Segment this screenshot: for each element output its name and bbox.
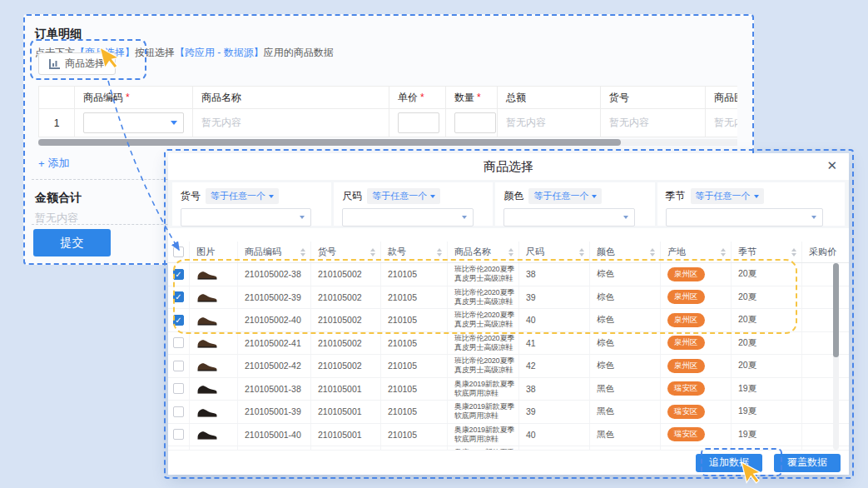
- filter-field-label: 货号: [181, 189, 201, 203]
- modal-column-header-3[interactable]: 货号: [311, 242, 381, 262]
- item-no: 210105002: [311, 309, 381, 331]
- origin-badge: 瑞安区: [667, 427, 705, 441]
- product-row[interactable]: 210105001-40 210105001 210105 奥康2019新款夏季…: [168, 424, 849, 447]
- unit-price-input[interactable]: [398, 112, 439, 133]
- filter-value-select[interactable]: [666, 208, 823, 227]
- product-row[interactable]: ✓ 210105002-39 210105002 210105 班比帝伦2020…: [168, 286, 849, 310]
- bar-chart-icon: [49, 59, 60, 69]
- product-row[interactable]: 210105002-42 210105002 210105 班比帝伦2020夏季…: [168, 355, 849, 378]
- quantity-input[interactable]: [454, 112, 496, 133]
- style-no: 210105: [381, 263, 448, 286]
- chevron-down-icon: [269, 195, 274, 198]
- column-header-item-no: 货号: [601, 86, 706, 108]
- order-items-table: 商品编码* 商品名称 单价* 数量* 总额 货号 商品图片 1 暂无内容 暂无内…: [38, 86, 737, 148]
- item-no: 210105001: [311, 424, 381, 446]
- submit-button[interactable]: 提交: [33, 229, 111, 256]
- filter-value-select[interactable]: [181, 208, 311, 227]
- row-checkbox[interactable]: [173, 337, 184, 348]
- modal-column-header-2[interactable]: 商品编码: [238, 242, 311, 262]
- product-code-dropdown[interactable]: [83, 112, 184, 133]
- sort-icon[interactable]: [579, 248, 584, 256]
- select-all-checkbox[interactable]: [173, 246, 184, 257]
- row-checkbox[interactable]: [173, 406, 184, 417]
- filter-field-label: 尺码: [342, 189, 362, 203]
- size: 38: [519, 378, 590, 401]
- row-checkbox[interactable]: ✓: [173, 315, 184, 326]
- purchase-price: [802, 286, 849, 309]
- append-data-button[interactable]: 追加数据: [696, 454, 762, 472]
- purchase-price: [802, 309, 849, 331]
- vertical-scrollbar-thumb[interactable]: [833, 263, 839, 357]
- modal-table-header: 图片商品编码货号款号商品名称尺码颜色产地季节采购价: [168, 242, 849, 263]
- chevron-down-icon: [430, 195, 435, 198]
- modal-column-header-8[interactable]: 产地: [661, 242, 732, 262]
- product-select-button-label: 商品选择: [65, 57, 105, 71]
- sort-icon[interactable]: [300, 248, 305, 256]
- vertical-scrollbar[interactable]: [833, 263, 839, 450]
- season: 19夏: [732, 378, 802, 401]
- filter-operator-chip[interactable]: 等于任意一个: [206, 188, 279, 204]
- season: 20夏: [732, 263, 802, 286]
- filter-value-select[interactable]: [342, 208, 473, 227]
- origin-badge: 泉州区: [667, 267, 705, 281]
- sort-icon[interactable]: [437, 248, 442, 256]
- chevron-down-icon: [623, 216, 628, 219]
- season: 19夏: [732, 401, 802, 423]
- modal-column-header-6[interactable]: 尺码: [519, 242, 590, 262]
- product-row[interactable]: ✓ 210105002-38 210105002 210105 班比帝伦2020…: [168, 263, 849, 286]
- filter-operator-chip[interactable]: 等于任意一个: [691, 188, 764, 204]
- size: 40: [519, 424, 590, 446]
- horizontal-scrollbar[interactable]: [38, 139, 737, 146]
- required-marker: *: [126, 92, 130, 103]
- row-index: 1: [38, 108, 75, 137]
- product-row[interactable]: ✓ 210105002-40 210105002 210105 班比帝伦2020…: [168, 309, 849, 332]
- product-row[interactable]: 210105001-38 210105001 210105 奥康2019新款夏季…: [168, 378, 849, 401]
- row-checkbox[interactable]: [173, 361, 184, 371]
- filter-value-select[interactable]: [503, 208, 634, 227]
- overwrite-data-button[interactable]: 覆盖数据: [774, 454, 841, 472]
- item-no: 210105002: [311, 332, 381, 355]
- summary-title: 金额合计: [35, 191, 82, 206]
- filter-field-label: 季节: [666, 189, 686, 203]
- modal-column-header-7[interactable]: 颜色: [590, 242, 661, 262]
- modal-column-header-4[interactable]: 款号: [381, 242, 448, 262]
- modal-column-header-9[interactable]: 季节: [732, 242, 802, 262]
- product-row[interactable]: 210105001-39 210105001 210105 奥康2019新款夏季…: [168, 401, 849, 424]
- product-code: 210105002-41: [238, 332, 311, 355]
- color: 黑色: [590, 424, 661, 446]
- horizontal-scrollbar-thumb[interactable]: [38, 139, 621, 146]
- close-icon[interactable]: ✕: [826, 159, 837, 172]
- season: 20夏: [732, 355, 802, 377]
- style-no: 210105: [381, 355, 448, 377]
- product-select-button[interactable]: 商品选择: [38, 52, 116, 75]
- modal-column-header-5[interactable]: 商品名称: [448, 242, 519, 262]
- product-image: [196, 383, 218, 394]
- chevron-down-icon: [462, 216, 467, 219]
- sort-icon[interactable]: [791, 248, 796, 256]
- required-marker: *: [477, 92, 481, 103]
- filter-operator-label: 等于任意一个: [533, 190, 588, 202]
- sort-icon[interactable]: [650, 248, 655, 256]
- origin-badge: 泉州区: [667, 336, 705, 350]
- order-table-header: 商品编码* 商品名称 单价* 数量* 总额 货号 商品图片: [38, 86, 737, 108]
- row-checkbox[interactable]: [173, 383, 184, 394]
- hint-middle: 按钮选择: [135, 47, 175, 58]
- chevron-down-icon: [754, 195, 759, 198]
- sort-icon[interactable]: [370, 248, 375, 256]
- modal-table-body: ✓ 210105002-38 210105002 210105 班比帝伦2020…: [168, 263, 849, 450]
- filter-group: 季节 等于任意一个: [657, 182, 845, 226]
- sort-icon[interactable]: [508, 248, 513, 256]
- row-checkbox[interactable]: [173, 429, 184, 440]
- filter-operator-chip[interactable]: 等于任意一个: [367, 188, 440, 204]
- add-row-link[interactable]: +添加: [38, 156, 70, 171]
- season: 20夏: [732, 309, 802, 331]
- product-row[interactable]: 210105002-41 210105002 210105 班比帝伦2020夏季…: [168, 332, 849, 356]
- size: 39: [519, 286, 590, 309]
- product-image: [196, 315, 218, 326]
- sort-icon[interactable]: [721, 248, 726, 256]
- filter-operator-chip[interactable]: 等于任意一个: [528, 188, 602, 204]
- purchase-price: [802, 401, 849, 423]
- row-checkbox[interactable]: ✓: [173, 269, 184, 280]
- column-header-index: [38, 86, 75, 108]
- row-checkbox[interactable]: ✓: [173, 291, 184, 302]
